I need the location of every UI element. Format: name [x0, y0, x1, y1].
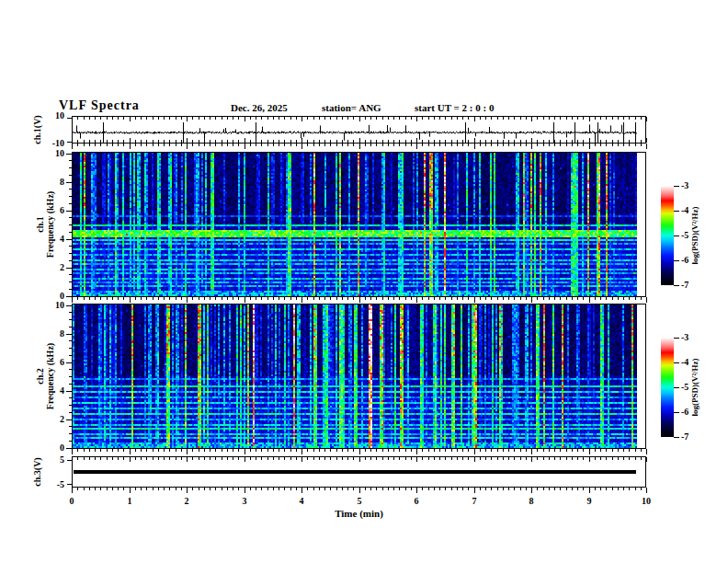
x-tick	[537, 449, 538, 452]
x-tick	[428, 449, 429, 452]
x-tick	[84, 297, 85, 300]
x-tick	[600, 297, 601, 300]
x-tick	[227, 144, 228, 146]
x-tick	[313, 117, 314, 120]
x-tick	[141, 117, 142, 120]
x-tick	[342, 117, 343, 120]
x-tick	[606, 449, 607, 452]
x-tick	[353, 457, 354, 460]
x-tick	[445, 297, 446, 300]
x-tick	[462, 488, 463, 490]
x-tick	[508, 449, 509, 452]
x-tick	[388, 449, 389, 452]
x-tick	[245, 297, 245, 303]
y-tick-label: 8	[48, 328, 64, 339]
y-tick	[69, 167, 72, 168]
x-tick	[210, 457, 210, 460]
x-tick	[301, 117, 302, 121]
x-tick	[118, 457, 119, 460]
x-tick	[497, 488, 498, 490]
x-tick	[434, 297, 435, 300]
y-tick	[69, 376, 72, 377]
x-tick	[181, 144, 182, 146]
x-tick	[526, 140, 527, 143]
x-tick	[577, 449, 578, 452]
x-tick	[485, 144, 486, 146]
x-tick	[560, 488, 561, 490]
x-tick	[503, 457, 504, 460]
x-tick	[187, 138, 188, 143]
x-tick	[491, 488, 492, 490]
x-tick	[583, 297, 584, 300]
x-tick	[84, 117, 85, 120]
x-tick	[330, 144, 331, 146]
x-tick	[210, 117, 210, 120]
x-tick	[141, 488, 142, 490]
x-tick	[141, 449, 142, 452]
x-tick	[514, 488, 515, 490]
x-tick	[296, 297, 297, 300]
x-tick	[233, 297, 233, 300]
x-tick	[635, 144, 636, 146]
x-tick	[572, 117, 573, 120]
x-tick	[520, 449, 521, 452]
ch2-colorbar	[661, 338, 674, 437]
y-tick-label: 6	[48, 357, 64, 368]
x-tick	[583, 457, 584, 460]
x-tick	[319, 457, 320, 460]
x-tick	[210, 144, 210, 146]
x-tick	[497, 457, 498, 460]
x-tick	[503, 144, 504, 146]
x-tick	[347, 297, 348, 300]
x-tick	[554, 144, 555, 146]
x-tick	[164, 117, 165, 120]
x-tick	[497, 297, 498, 300]
x-tick	[77, 297, 78, 300]
x-tick	[451, 457, 452, 460]
x-tick	[176, 144, 176, 146]
x-tick	[457, 457, 458, 460]
x-tick	[118, 449, 119, 452]
x-tick	[227, 449, 228, 452]
x-tick	[370, 140, 371, 143]
x-tick	[451, 144, 452, 146]
x-tick	[290, 449, 291, 452]
x-tick	[434, 117, 435, 120]
x-tick	[123, 457, 124, 460]
x-tick	[169, 457, 170, 460]
x-tick	[474, 488, 475, 493]
x-tick	[641, 457, 642, 460]
x-tick	[72, 138, 73, 143]
x-tick	[233, 144, 233, 146]
x-tick	[439, 144, 440, 146]
x-tick	[554, 488, 555, 490]
x-tick	[84, 488, 85, 490]
x-tick	[238, 144, 239, 146]
x-tick	[600, 457, 601, 460]
x-tick	[491, 457, 492, 460]
x-tick	[107, 140, 108, 143]
y-tick	[69, 405, 72, 406]
x-tick	[227, 117, 228, 120]
x-tick	[641, 297, 642, 300]
x-tick	[600, 140, 601, 143]
x-tick	[411, 140, 412, 143]
x-tick	[290, 140, 291, 143]
x-tick	[600, 144, 601, 146]
x-tick	[468, 449, 469, 452]
x-tick	[284, 488, 285, 490]
x-tick	[238, 457, 239, 460]
x-tick	[531, 117, 532, 121]
x-tick	[307, 449, 308, 452]
x-tick	[439, 140, 440, 143]
x-tick-label: 8	[519, 496, 543, 507]
x-tick	[520, 297, 521, 300]
x-tick	[192, 144, 193, 146]
x-tick	[399, 457, 400, 460]
x-tick	[261, 488, 262, 490]
x-tick	[324, 457, 325, 460]
x-tick	[141, 140, 142, 143]
x-tick	[330, 457, 331, 460]
x-tick	[153, 449, 154, 452]
x-tick	[107, 449, 108, 452]
